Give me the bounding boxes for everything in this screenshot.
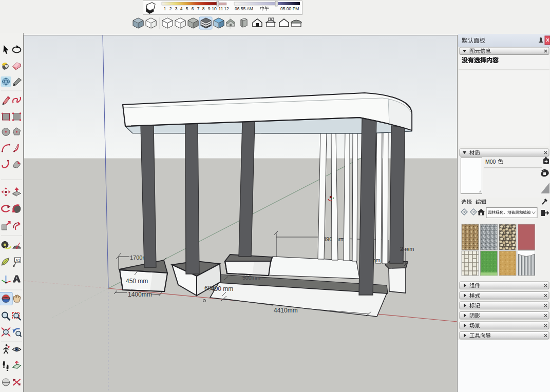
- svg-text:A1: A1: [16, 259, 21, 262]
- svg-text:490 mm: 490 mm: [211, 285, 233, 292]
- svg-text:2 mm: 2 mm: [400, 246, 414, 252]
- svg-text:1400mm: 1400mm: [128, 291, 152, 298]
- svg-text:500mm: 500mm: [242, 275, 260, 281]
- svg-text:M00: M00: [485, 159, 496, 165]
- svg-text:4410mm: 4410mm: [274, 307, 298, 314]
- svg-text:450 mm: 450 mm: [126, 278, 148, 285]
